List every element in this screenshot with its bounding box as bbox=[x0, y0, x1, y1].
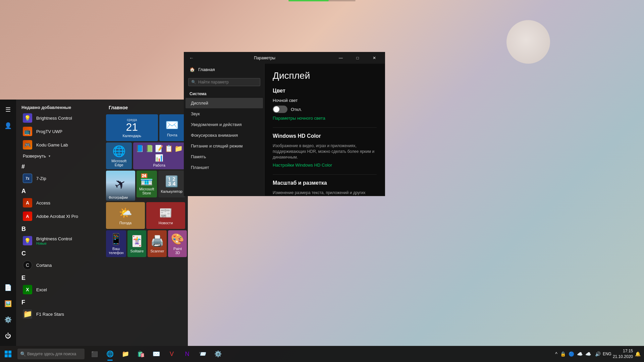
vpn-icon[interactable]: 🔒 bbox=[559, 351, 567, 357]
settings-minimize-button[interactable]: — bbox=[333, 53, 348, 63]
taskbar-settings-icon: ⚙️ bbox=[214, 350, 222, 358]
f1-icon: 📁 bbox=[23, 309, 32, 319]
progtv-icon: 📺 bbox=[23, 127, 32, 136]
tile-photo[interactable]: ✈ Фотографии bbox=[106, 171, 135, 201]
calc-icon: 🔢 bbox=[165, 175, 178, 188]
language-indicator[interactable]: ENG bbox=[603, 352, 611, 356]
app-item-7zip[interactable]: 7z 7-Zip bbox=[17, 172, 102, 185]
nav-item-tablet[interactable]: Планшет bbox=[185, 162, 263, 173]
app-item-acrobat[interactable]: A Adobe Acrobat XI Pro bbox=[17, 209, 102, 223]
toggle-knob bbox=[273, 106, 279, 112]
chevron-up-icon[interactable]: ^ bbox=[554, 351, 558, 357]
nav-item-focus[interactable]: Фокусировка внимания bbox=[185, 130, 263, 140]
tile-store[interactable]: 🏪 Microsoft Store bbox=[137, 171, 157, 197]
home-icon: 🏠 bbox=[190, 67, 195, 72]
brightness-control-icon: 💡 bbox=[23, 113, 32, 123]
start-hamburger-icon[interactable]: ☰ bbox=[1, 102, 15, 117]
cortana-name: Cortana bbox=[36, 263, 52, 268]
alpha-c: C bbox=[16, 247, 103, 258]
brightness-badge: Новые bbox=[36, 242, 72, 245]
app-item-excel[interactable]: X Excel bbox=[17, 283, 102, 296]
paint3d-icon: 🎨 bbox=[171, 233, 184, 245]
app-item-brightness-control-recent[interactable]: 💡 Brightness Control bbox=[17, 111, 102, 125]
tile-work[interactable]: 📘 📗 📝 📋 📁 📊 Работа bbox=[133, 142, 185, 169]
scale-desc: Изменение размера текста, приложений и д… bbox=[273, 190, 377, 196]
solitaire-icon: 🃏 bbox=[130, 234, 144, 248]
taskbar-clock[interactable]: 17:15 21.10.2020 bbox=[613, 348, 633, 360]
system-icon-2[interactable]: ☁️ bbox=[576, 351, 583, 357]
tile-mail[interactable]: ✉️ Почта bbox=[159, 114, 185, 141]
hd-color-link[interactable]: Настройки Windows HD Color bbox=[273, 163, 377, 168]
system-icon-1[interactable]: 🔵 bbox=[568, 351, 575, 357]
scale-section: Масштаб и разметка Изменение размера тек… bbox=[273, 180, 377, 196]
app-item-cortana[interactable]: C Cortana bbox=[17, 258, 102, 272]
tile-news[interactable]: 📰 Новости bbox=[146, 202, 185, 229]
alpha-b: B bbox=[16, 223, 103, 234]
settings-close-button[interactable]: ✕ bbox=[367, 53, 382, 63]
nav-item-display[interactable]: Дисплей bbox=[185, 98, 263, 108]
settings-search-box[interactable]: 🔍 bbox=[188, 78, 260, 86]
action-center-icon[interactable]: 🔔 bbox=[634, 351, 641, 357]
start-button[interactable] bbox=[0, 346, 16, 362]
acrobat-name: Adobe Acrobat XI Pro bbox=[36, 214, 78, 219]
app-item-kodu[interactable]: 🎮 Kodu Game Lab bbox=[17, 138, 102, 152]
taskbar-search-placeholder: Введите здесь для поиска bbox=[27, 352, 76, 356]
taskview-button[interactable]: ⬛ bbox=[87, 347, 102, 361]
start-settings-icon[interactable]: ⚙️ bbox=[1, 312, 15, 327]
expand-row[interactable]: Развернуть ▾ bbox=[17, 152, 102, 161]
night-light-toggle[interactable] bbox=[273, 106, 287, 113]
desktop: ☰ 👤 📄 🖼️ ⚙️ ⏻ Недавно добавленные 💡 Brig… bbox=[0, 0, 644, 362]
edge-icon: 🌐 bbox=[112, 145, 126, 158]
taskbar-mail-button[interactable]: ✉️ bbox=[149, 347, 164, 361]
solitaire-label: Solitaire bbox=[130, 249, 144, 253]
taskbar-store-button[interactable]: 🛍️ bbox=[133, 347, 148, 361]
windows-logo-icon bbox=[5, 351, 11, 357]
settings-back-button[interactable]: ← bbox=[187, 53, 196, 63]
tile-paint3d[interactable]: 🎨 Paint 3D bbox=[168, 230, 187, 257]
tile-solitaire[interactable]: 🃏 Solitaire bbox=[127, 230, 146, 257]
news-icon: 📰 bbox=[159, 206, 172, 220]
nav-item-notifications[interactable]: Уведомления и действия bbox=[185, 119, 263, 130]
taskbar-onenote-button[interactable]: N bbox=[180, 347, 195, 361]
settings-maximize-button[interactable]: □ bbox=[350, 53, 365, 63]
tile-edge[interactable]: 🌐 Microsoft Edge bbox=[106, 142, 132, 169]
tile-weather[interactable]: 🌤️ Погода bbox=[106, 202, 145, 229]
nav-item-sound[interactable]: Звук bbox=[185, 109, 263, 119]
taskbar-telegram-button[interactable]: 📨 bbox=[195, 347, 210, 361]
speaker-icon[interactable]: 🔊 bbox=[594, 351, 601, 357]
taskbar-edge-button[interactable]: 🌐 bbox=[103, 347, 117, 361]
nav-item-power[interactable]: Питание и спящий режим bbox=[185, 141, 263, 151]
start-documents-icon[interactable]: 📄 bbox=[1, 280, 15, 295]
hd-color-section: Windows HD Color Изображение в видео, иг… bbox=[273, 133, 377, 168]
app-item-f1-race[interactable]: 📁 F1 Race Stars bbox=[17, 307, 102, 321]
7zip-name: 7-Zip bbox=[36, 176, 46, 181]
taskview-icon: ⬛ bbox=[91, 351, 98, 357]
onedrive-icon[interactable]: ☁️ bbox=[585, 351, 592, 357]
start-user-icon[interactable]: 👤 bbox=[1, 118, 15, 133]
start-photos-icon[interactable]: 🖼️ bbox=[1, 296, 15, 311]
tile-phone[interactable]: 📱 Ваш телефон bbox=[106, 230, 126, 257]
start-tiles: Главное среда 21 Календарь ✉️ Почта bbox=[103, 100, 188, 346]
tile-calendar[interactable]: среда 21 Календарь bbox=[106, 114, 158, 141]
tile-scanner[interactable]: 🖨️ Scanner bbox=[148, 230, 167, 257]
tile-calc[interactable]: 🔢 Калькулятор bbox=[158, 171, 185, 197]
nav-item-memory[interactable]: Память bbox=[185, 152, 263, 162]
start-power-icon[interactable]: ⏻ bbox=[1, 328, 15, 343]
mail-icon: ✉️ bbox=[165, 118, 179, 132]
scale-title: Масштаб и разметка bbox=[273, 180, 377, 186]
svg-rect-1 bbox=[8, 351, 11, 354]
night-light-link[interactable]: Параметры ночного света bbox=[273, 116, 377, 121]
app-item-access[interactable]: A Access bbox=[17, 196, 102, 209]
taskbar-settings-button[interactable]: ⚙️ bbox=[211, 347, 225, 361]
settings-search-input[interactable] bbox=[198, 80, 257, 84]
taskbar-search-box[interactable]: 🔍 Введите здесь для поиска bbox=[17, 349, 85, 359]
mail-label: Почта bbox=[167, 133, 177, 137]
settings-home-item[interactable]: 🏠 Главная bbox=[184, 64, 264, 75]
taskbar-vivaldi-button[interactable]: V bbox=[164, 347, 179, 361]
start-left-sidebar: ☰ 👤 📄 🖼️ ⚙️ ⏻ bbox=[0, 100, 16, 346]
taskbar-vivaldi-icon: V bbox=[170, 351, 174, 358]
taskbar-explorer-button[interactable]: 📁 bbox=[118, 347, 133, 361]
app-item-progtv[interactable]: 📺 ProgTV UWP bbox=[17, 125, 102, 138]
home-label: Главная bbox=[198, 67, 215, 72]
app-item-brightness-b[interactable]: 💡 Brightness Control Новые bbox=[17, 234, 102, 247]
